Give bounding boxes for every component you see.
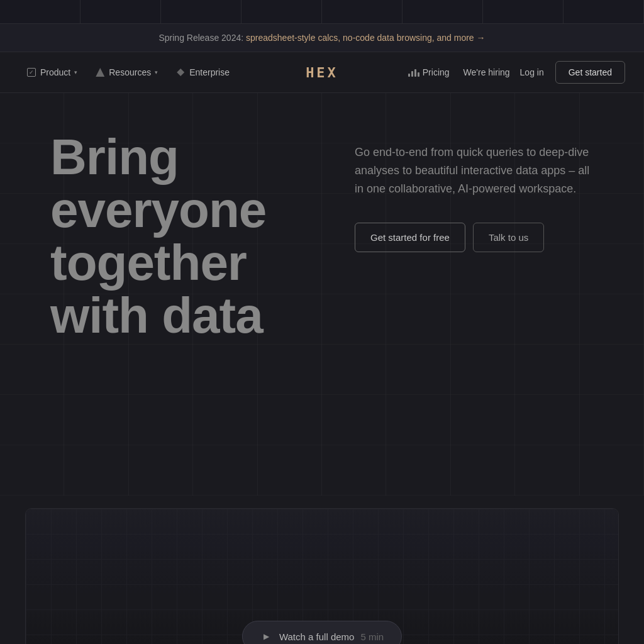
announcement-link[interactable]: spreadsheet-style calcs, no-code data br… — [246, 33, 486, 43]
nav-pricing-label: Pricing — [423, 67, 450, 77]
product-chevron-icon: ▾ — [74, 69, 77, 75]
watch-demo-button[interactable]: ▶ Watch a full demo 5 min — [242, 621, 402, 644]
hero-left: Bring everyone together with data — [50, 131, 355, 367]
hero-headline-line2: everyone — [50, 182, 266, 238]
watch-demo-duration: 5 min — [360, 631, 384, 642]
navbar: Product ▾ Resources ▾ Enterprise HEX — [0, 52, 644, 93]
strip-cell — [0, 0, 80, 23]
hero-headline: Bring everyone together with data — [50, 131, 317, 342]
demo-inner: ▶ Watch a full demo 5 min — [26, 509, 618, 644]
announcement-text: Spring Release 2024: — [158, 33, 243, 43]
watch-demo-label: Watch a full demo — [279, 631, 355, 642]
demo-area: ▶ Watch a full demo 5 min — [25, 508, 619, 644]
nav-pricing[interactable]: Pricing — [401, 62, 457, 82]
nav-hiring[interactable]: We're hiring — [460, 62, 514, 82]
hero-section: Bring everyone together with data Go end… — [0, 93, 644, 496]
get-started-button[interactable]: Get started — [555, 61, 625, 84]
nav-resources[interactable]: Resources ▾ — [87, 62, 165, 82]
hero-content: Bring everyone together with data Go end… — [50, 131, 594, 367]
resources-icon — [95, 67, 105, 77]
talk-to-us-button[interactable]: Talk to us — [473, 223, 544, 252]
pricing-icon — [409, 67, 419, 77]
nav-enterprise[interactable]: Enterprise — [168, 62, 237, 82]
hero-subtext: Go end-to-end from quick queries to deep… — [355, 143, 594, 197]
nav-left: Product ▾ Resources ▾ Enterprise — [19, 62, 237, 82]
enterprise-icon — [175, 67, 186, 77]
nav-right: Pricing We're hiring Log in Get started — [401, 61, 625, 84]
strip-cell — [402, 0, 483, 23]
strip-cell — [242, 0, 322, 23]
nav-login[interactable]: Log in — [516, 62, 548, 82]
strip-cell — [322, 0, 402, 23]
logo[interactable]: HEX — [306, 65, 338, 80]
strip-cell — [80, 0, 161, 23]
strip-cell — [483, 0, 564, 23]
announcement-bar: Spring Release 2024: spreadsheet-style c… — [0, 24, 644, 52]
hero-headline-line1: Bring — [50, 129, 179, 185]
nav-resources-label: Resources — [109, 67, 151, 77]
nav-product[interactable]: Product ▾ — [19, 62, 85, 82]
hero-headline-line4: with data — [50, 287, 263, 343]
nav-product-label: Product — [40, 67, 70, 77]
strip-cell — [564, 0, 644, 23]
hero-headline-line3: together — [50, 235, 247, 291]
resources-chevron-icon: ▾ — [155, 69, 158, 75]
get-started-free-button[interactable]: Get started for free — [355, 223, 465, 252]
play-icon: ▶ — [260, 630, 273, 643]
hero-right: Go end-to-end from quick queries to deep… — [355, 131, 594, 367]
strip-cell — [161, 0, 242, 23]
nav-enterprise-label: Enterprise — [189, 67, 230, 77]
top-strip — [0, 0, 644, 24]
hero-buttons: Get started for free Talk to us — [355, 223, 594, 252]
product-icon — [26, 67, 36, 77]
